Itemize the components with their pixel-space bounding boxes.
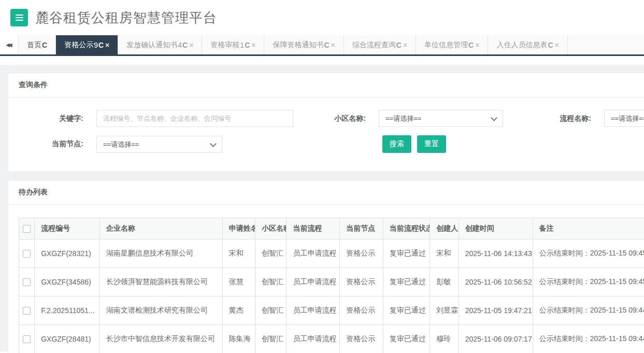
cell-process-no: F.2.202511051... bbox=[35, 296, 100, 325]
community-select-wrapper: ==请选择== bbox=[379, 110, 503, 127]
col-applicant-name: 申请姓名 bbox=[222, 218, 255, 239]
cell-remark: 公示结束时间：2025-11-15 09:45:37 bbox=[533, 239, 644, 268]
cell-current-node: 资格公示 bbox=[340, 325, 383, 353]
todo-table: 流程编号 企业名称 申请姓名 小区名称 当前流程 当前节点 当前流程状态 创建人… bbox=[19, 218, 644, 353]
tab-label: 保障资格通知书 bbox=[273, 40, 323, 50]
row-checkbox[interactable] bbox=[23, 335, 31, 343]
cell-remark: 公示结束时间：2025-11-15 09:45:19 bbox=[533, 268, 644, 296]
tab-label: 综合流程查询 bbox=[352, 40, 396, 50]
table-row: GXGZF(34586) 长沙领湃智慧能源科技有限公司 张慧 创智汇 员工申请流… bbox=[19, 268, 644, 296]
row-checkbox[interactable] bbox=[23, 307, 31, 315]
community-select[interactable]: ==请选择== bbox=[379, 110, 503, 127]
cell-current-process: 员工申请流程 bbox=[287, 268, 340, 296]
process-name-select-wrapper: ==请选择== bbox=[604, 110, 644, 127]
tabs-collapse-button[interactable]: ◀◀ bbox=[0, 35, 19, 54]
tab-count: 4 bbox=[178, 41, 182, 49]
col-current-process: 当前流程 bbox=[287, 218, 340, 239]
tab-label: 入住人员信息表 bbox=[496, 40, 547, 50]
app-title: 麓谷租赁公租房智慧管理平台 bbox=[35, 9, 217, 27]
cell-company-name: 长沙市中智信息技术开发有限公司 bbox=[100, 325, 223, 353]
process-name-select[interactable]: ==请选择== bbox=[604, 110, 644, 127]
search-button[interactable]: 搜索 bbox=[382, 135, 411, 153]
cell-current-process: 员工申请流程 bbox=[287, 239, 340, 268]
refresh-icon[interactable]: C bbox=[182, 41, 188, 49]
cell-create-time: 2025-11-06 09:07:17 bbox=[459, 325, 533, 353]
tab-label: 发放确认通知书 bbox=[126, 40, 177, 50]
current-node-select[interactable]: ==请选择== bbox=[96, 136, 222, 153]
cell-process-no: GXGZF(28321) bbox=[35, 239, 100, 268]
tab-label: 单位信息管理 bbox=[424, 40, 468, 50]
todo-panel: 待办列表 流程编号 企业名称 申请姓名 小区名称 当前 bbox=[8, 180, 644, 353]
cell-creator: 刘昱霖 bbox=[430, 296, 459, 325]
cell-current-process: 员工申请流程 bbox=[287, 296, 340, 325]
double-left-arrow-icon: ◀◀ bbox=[6, 42, 10, 48]
close-icon[interactable]: × bbox=[475, 41, 479, 49]
close-icon[interactable]: × bbox=[555, 41, 559, 49]
refresh-icon[interactable]: C bbox=[396, 41, 402, 49]
todo-table-container: 流程编号 企业名称 申请姓名 小区名称 当前流程 当前节点 当前流程状态 创建人… bbox=[8, 205, 644, 353]
tab-qualification-review[interactable]: 资格审核1C× bbox=[202, 35, 264, 54]
cell-current-node: 资格公示 bbox=[340, 296, 383, 325]
refresh-icon[interactable]: C bbox=[98, 41, 104, 49]
cell-applicant-name: 张慧 bbox=[222, 268, 255, 296]
tab-guarantee-qualification-notice[interactable]: 保障资格通知书C× bbox=[264, 35, 344, 54]
table-row: GXGZF(28321) 湖南星鹏信息技术有限公司 宋和 创智汇 员工申请流程 … bbox=[19, 239, 644, 268]
cell-company-name: 长沙领湃智慧能源科技有限公司 bbox=[100, 268, 223, 296]
hamburger-icon bbox=[16, 15, 23, 21]
row-checkbox[interactable] bbox=[23, 250, 31, 258]
cell-process-status: 复审已通过 bbox=[383, 268, 430, 296]
tab-label: 资格公示 bbox=[64, 40, 93, 50]
tab-resident-info-table[interactable]: 入住人员信息表C× bbox=[488, 35, 567, 54]
tab-issue-confirmation-notice[interactable]: 发放确认通知书4C× bbox=[118, 35, 202, 54]
cell-process-no: GXGZF(28481) bbox=[35, 325, 100, 353]
subbar bbox=[0, 56, 644, 65]
refresh-icon[interactable]: C bbox=[468, 41, 474, 49]
close-icon[interactable]: × bbox=[105, 41, 109, 49]
close-icon[interactable]: × bbox=[189, 41, 193, 49]
col-process-no: 流程编号 bbox=[35, 218, 100, 239]
tab-count: 1 bbox=[240, 41, 244, 49]
query-panel-title: 查询条件 bbox=[8, 73, 644, 97]
select-all-checkbox[interactable] bbox=[23, 225, 31, 233]
tab-bar: ◀◀ 首页C 资格公示9C× 发放确认通知书4C× 资格审核1C× 保障资格通知… bbox=[0, 35, 644, 56]
process-name-label: 流程名称: bbox=[547, 114, 591, 123]
col-current-node: 当前节点 bbox=[340, 218, 383, 239]
refresh-icon[interactable]: C bbox=[245, 41, 250, 49]
tab-unit-info-management[interactable]: 单位信息管理C× bbox=[416, 35, 488, 54]
close-icon[interactable]: × bbox=[331, 41, 335, 49]
cell-creator: 宋和 bbox=[430, 239, 459, 268]
refresh-icon[interactable]: C bbox=[42, 41, 47, 49]
reset-button[interactable]: 重置 bbox=[417, 135, 446, 153]
refresh-icon[interactable]: C bbox=[324, 41, 329, 49]
cell-applicant-name: 黄杰 bbox=[222, 296, 255, 325]
app-header: 麓谷租赁公租房智慧管理平台 bbox=[0, 0, 644, 35]
cell-community-name: 创智汇 bbox=[255, 296, 287, 325]
col-process-status: 当前流程状态 bbox=[383, 218, 430, 239]
table-row: F.2.202511051... 湖南文谱检测技术研究有限公司 黄杰 创智汇 员… bbox=[19, 296, 644, 325]
table-header-row: 流程编号 企业名称 申请姓名 小区名称 当前流程 当前节点 当前流程状态 创建人… bbox=[19, 218, 644, 239]
keyword-label: 关键字: bbox=[39, 114, 83, 123]
cell-current-node: 资格公示 bbox=[340, 239, 383, 268]
keyword-input[interactable] bbox=[96, 110, 293, 127]
table-row: GXGZF(28481) 长沙市中智信息技术开发有限公司 陈集海 创智汇 员工申… bbox=[19, 325, 644, 353]
menu-toggle-button[interactable] bbox=[10, 9, 28, 26]
refresh-icon[interactable]: C bbox=[548, 41, 553, 49]
cell-process-status: 复审已通过 bbox=[383, 239, 430, 268]
close-icon[interactable]: × bbox=[403, 41, 407, 49]
tab-label: 资格审核 bbox=[210, 40, 239, 50]
cell-company-name: 湖南星鹏信息技术有限公司 bbox=[100, 239, 223, 268]
tab-home[interactable]: 首页C bbox=[19, 35, 56, 54]
row-checkbox[interactable] bbox=[23, 278, 31, 286]
tab-qualification-publicity[interactable]: 资格公示9C× bbox=[56, 35, 118, 54]
cell-remark: 公示结束时间：2025-11-15 09:44:13 bbox=[533, 325, 644, 353]
current-node-select-wrapper: ==请选择== bbox=[96, 136, 222, 153]
tab-comprehensive-process-query[interactable]: 综合流程查询C× bbox=[344, 35, 416, 54]
query-panel: 查询条件 关键字: 小区名称: ==请选择== bbox=[8, 73, 644, 172]
community-name-label: 小区名称: bbox=[322, 114, 366, 123]
cell-applicant-name: 陈集海 bbox=[222, 325, 255, 353]
cell-applicant-name: 宋和 bbox=[222, 239, 255, 268]
cell-process-no: GXGZF(34586) bbox=[35, 268, 100, 296]
col-community-name: 小区名称 bbox=[255, 218, 287, 239]
close-icon[interactable]: × bbox=[251, 41, 255, 49]
cell-current-process: 员工申请流程 bbox=[287, 325, 340, 353]
